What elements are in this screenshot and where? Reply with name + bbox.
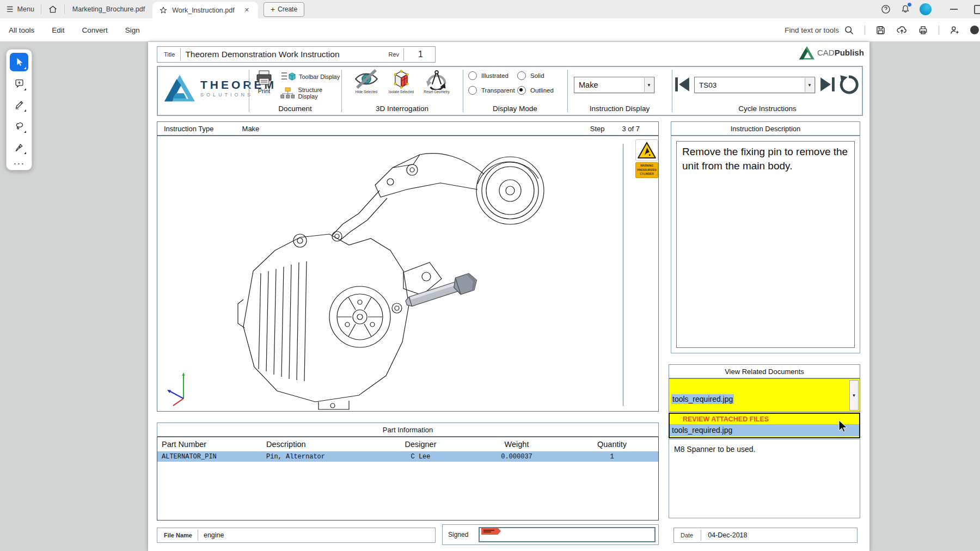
- sign-button[interactable]: Sign: [125, 26, 140, 34]
- pencil-icon: [14, 100, 24, 110]
- radio-outlined[interactable]: Outlined: [517, 86, 554, 95]
- lasso-icon: [14, 121, 24, 131]
- step-value: 3 of 7: [604, 125, 658, 133]
- draw-tool-button[interactable]: [10, 95, 28, 114]
- print-button[interactable]: [917, 25, 929, 36]
- assistant-icon[interactable]: [970, 26, 979, 34]
- display-mode-caption: Display Mode: [463, 105, 567, 113]
- title-value[interactable]: Theorem Demonstration Work Instruction: [181, 50, 384, 59]
- submenu-corner: [24, 67, 26, 69]
- tab-marketing-brochure[interactable]: Marketing_Brochure.pdf: [65, 0, 152, 19]
- avatar[interactable]: [920, 3, 932, 15]
- chevron-down-icon[interactable]: ▼: [805, 78, 814, 92]
- all-tools-button[interactable]: All tools: [9, 26, 34, 34]
- document-section: Print Toolbar Display: [249, 67, 341, 115]
- home-button[interactable]: [41, 0, 64, 19]
- rev-value[interactable]: 1: [404, 50, 435, 59]
- maximize-button[interactable]: [974, 5, 980, 14]
- save-button[interactable]: [875, 25, 886, 36]
- find-box[interactable]: Find text or tools: [785, 25, 855, 36]
- search-icon: [843, 25, 855, 36]
- fill-sign-tool-button[interactable]: [10, 138, 28, 156]
- create-button[interactable]: + Create: [264, 2, 304, 17]
- close-tab-icon[interactable]: ✕: [242, 5, 252, 15]
- cloud-upload-button[interactable]: [896, 25, 908, 36]
- cycle-select[interactable]: TS03 ▼: [694, 77, 815, 93]
- radio-circle: [468, 86, 477, 95]
- reset-geometry-label: Reset Geometry: [421, 90, 452, 94]
- notifications-button[interactable]: [900, 4, 911, 15]
- print-form-button[interactable]: Print: [256, 70, 272, 94]
- description-text[interactable]: Remove the fixing pin to remove the unit…: [676, 141, 855, 348]
- more-tools-button[interactable]: • • •: [14, 161, 24, 167]
- cadpublish-triangle-icon: [799, 46, 814, 60]
- hamburger-icon: ☰: [7, 5, 14, 14]
- minimize-button[interactable]: [950, 9, 958, 10]
- description-header-label: Instruction Description: [731, 125, 801, 133]
- date-field-group: Date 04-Dec-2018: [673, 528, 857, 543]
- related-docs-note[interactable]: M8 Spanner to be used.: [669, 439, 860, 518]
- quick-toolbar: All tools Edit Convert Sign Find text or…: [0, 19, 980, 42]
- share-add-person-button[interactable]: [949, 25, 960, 36]
- note-text: M8 Spanner to be used.: [674, 445, 755, 454]
- sign-here-tag[interactable]: [481, 528, 501, 535]
- hide-selected-button[interactable]: Hide Selected: [351, 69, 382, 89]
- divider: [939, 25, 939, 35]
- related-docs-combobox[interactable]: tools_required.jpg ▼: [669, 378, 860, 412]
- reset-cycle-button[interactable]: [838, 75, 859, 94]
- table-row[interactable]: ALTERNATOR_PIN Pin, Alternator C Lee 0.0…: [157, 451, 658, 462]
- dropdown-file-item[interactable]: tools_required.jpg: [670, 424, 859, 436]
- col-weight: Weight: [465, 438, 568, 451]
- fountain-pen-icon: [14, 142, 24, 152]
- viewer-divider-line: [623, 144, 623, 406]
- file-name-field-group: File Name engine: [157, 528, 436, 543]
- table-header-row: Part Number Description Designer Weight …: [157, 437, 658, 451]
- help-icon: [880, 4, 891, 15]
- select-tool-button[interactable]: [10, 53, 28, 71]
- cycle-instructions-section: TS03 ▼ Cycle Instructions: [672, 67, 863, 115]
- menu-button[interactable]: ☰ Menu: [0, 0, 41, 19]
- isolate-selected-icon: [391, 69, 412, 89]
- isolate-selected-button[interactable]: Isolate Selected: [386, 69, 416, 89]
- radio-label: Transparent: [481, 87, 515, 94]
- cell-description: Pin, Alternator: [262, 451, 376, 462]
- document-caption: Document: [249, 105, 341, 113]
- title-field-group: Title Theorem Demonstration Work Instruc…: [157, 46, 436, 63]
- chevron-down-icon[interactable]: ▼: [849, 380, 859, 411]
- instruction-display-section: Make ▼ Instruction Display: [567, 67, 672, 115]
- next-instruction-button[interactable]: [819, 76, 836, 93]
- step-label: Step: [590, 125, 605, 133]
- cad-prefix: CAD: [817, 48, 835, 57]
- radio-solid[interactable]: Solid: [517, 71, 544, 80]
- toolbar-display-button[interactable]: Toolbar Display: [280, 71, 340, 82]
- radio-illustrated[interactable]: Illustrated: [468, 71, 509, 80]
- description-panel: Remove the fixing pin to remove the unit…: [671, 136, 860, 353]
- convert-button[interactable]: Convert: [82, 26, 108, 34]
- print-label: Print: [256, 88, 272, 94]
- viewer-3d-area[interactable]: WARNING PRESSURIZED CYLINDER: [157, 136, 659, 412]
- file-name-value[interactable]: engine: [198, 531, 224, 539]
- radio-circle: [517, 71, 526, 80]
- instruction-display-caption: Instruction Display: [567, 105, 672, 113]
- tab-work-instruction[interactable]: Work_Instruction.pdf ✕: [152, 2, 258, 19]
- interrogation-caption: 3D Interrogation: [341, 105, 463, 113]
- signature-input[interactable]: [479, 527, 656, 542]
- comment-tool-button[interactable]: [10, 74, 28, 93]
- instruction-display-select[interactable]: Make ▼: [574, 77, 654, 93]
- chevron-down-icon[interactable]: ▼: [644, 78, 653, 92]
- theorem-triangle-icon: [164, 75, 195, 102]
- lasso-tool-button[interactable]: [10, 117, 28, 135]
- pdf-page: Title Theorem Demonstration Work Instruc…: [148, 42, 869, 551]
- warning-annotation: WARNING PRESSURIZED CYLINDER: [635, 139, 658, 178]
- structure-display-button[interactable]: Structure Display: [280, 87, 341, 100]
- reset-geometry-button[interactable]: Reset Geometry: [421, 69, 452, 90]
- previous-instruction-button[interactable]: [674, 76, 690, 93]
- related-docs-dropdown: REVIEW ATTACHED FILES tools_required.jpg: [669, 413, 860, 438]
- radio-label: Illustrated: [481, 72, 509, 79]
- title-label: Title: [157, 51, 180, 58]
- structure-display-label: Structure Display: [298, 87, 341, 100]
- edit-button[interactable]: Edit: [52, 26, 64, 34]
- radio-transparent[interactable]: Transparent: [468, 86, 515, 95]
- help-button[interactable]: [880, 4, 891, 15]
- date-value[interactable]: 04-Dec-2018: [701, 531, 747, 539]
